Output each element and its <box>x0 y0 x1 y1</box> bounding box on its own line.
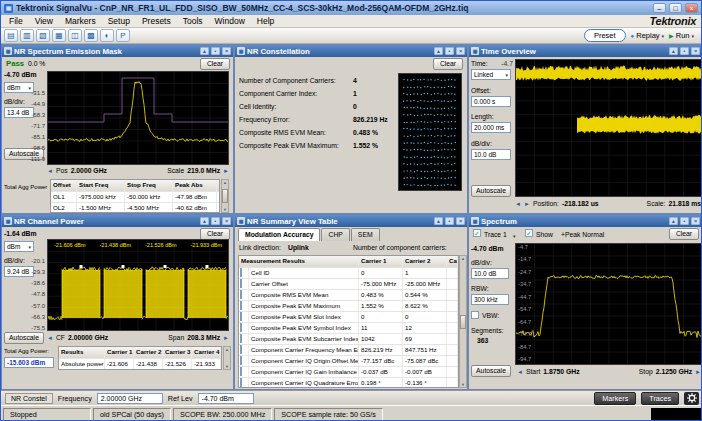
chevron-down-icon[interactable]: ▾ <box>662 33 665 39</box>
column-header[interactable]: Start Freq <box>77 180 125 191</box>
menu-item[interactable]: View <box>29 16 59 26</box>
summary-tab[interactable]: SEM <box>351 228 380 241</box>
scrollbar[interactable]: ▴ ▾ <box>221 179 229 213</box>
row-info-icon[interactable] <box>240 367 242 376</box>
menu-item[interactable]: Help <box>251 16 280 26</box>
scroll-right-icon[interactable]: ► <box>695 369 701 375</box>
markers-toolbar-icon[interactable]: ◫ <box>68 29 82 42</box>
column-header[interactable]: Carrier 3 <box>163 347 192 358</box>
table-row[interactable]: Absolute power -21.606 -21.438 -21.526 -… <box>59 359 221 370</box>
row-info-icon[interactable] <box>240 345 242 354</box>
scroll-thumb[interactable] <box>222 189 228 203</box>
frequency-field[interactable]: 2.00000 GHz <box>97 393 163 404</box>
clear-button[interactable]: Clear <box>433 58 463 70</box>
menu-item[interactable]: Tools <box>177 16 209 26</box>
print-icon[interactable]: ▧ <box>36 29 50 42</box>
sem-plot[interactable] <box>47 71 229 165</box>
row-info-icon[interactable] <box>240 356 242 365</box>
table-row[interactable]: Component Carrier IQ Gain Imbalance Mean… <box>239 367 458 378</box>
open-file-icon[interactable]: ▤ <box>4 29 18 42</box>
clear-button[interactable]: Clear <box>669 228 699 240</box>
row-info-icon[interactable] <box>240 334 242 343</box>
table-row[interactable]: Composite RMS EVM Mean 0.483 % 0.544 % <box>239 290 458 301</box>
panel-close-icon[interactable]: × <box>222 47 231 55</box>
units-dropdown[interactable]: dBm ▾ <box>4 241 34 252</box>
row-info-icon[interactable] <box>240 268 242 277</box>
menu-item[interactable]: Markers <box>59 16 102 26</box>
clear-button[interactable]: Clear <box>200 58 230 70</box>
panel-undock-icon[interactable]: ▴ <box>200 217 209 225</box>
panel-time-overview-titlebar[interactable]: ▦ Time Overview ▴ ▪ × <box>469 45 702 57</box>
autoscale-button[interactable]: Autoscale <box>471 185 511 197</box>
scroll-down-icon[interactable]: ▾ <box>226 364 228 369</box>
menu-item[interactable]: File <box>3 16 29 26</box>
channel-power-plot[interactable] <box>47 239 229 331</box>
panel-constellation-titlebar[interactable]: ▦ NR Constellation ▴ ▪ × <box>235 45 467 57</box>
offset-field[interactable]: 0.000 s <box>471 96 511 107</box>
panel-close-icon[interactable]: × <box>456 217 465 225</box>
scrollbar[interactable]: ▴ ▾ <box>459 255 467 388</box>
displays-icon[interactable]: ▦ <box>52 29 66 42</box>
show-checkbox[interactable]: ✓ <box>525 229 533 237</box>
minimize-button[interactable]: – <box>653 3 666 13</box>
scroll-down-icon[interactable]: ▾ <box>224 207 226 212</box>
selected-display-name[interactable]: NR Constel <box>5 393 53 404</box>
scroll-up-icon[interactable]: ▴ <box>462 256 464 261</box>
panel-undock-icon[interactable]: ▴ <box>434 47 443 55</box>
constellation-plot[interactable] <box>398 73 462 191</box>
scroll-right-icon[interactable]: ► <box>223 168 229 174</box>
summary-tab[interactable]: CHP <box>321 228 349 241</box>
table-row[interactable]: Composite Peak EVM Subcarrier Index 1042… <box>239 334 458 345</box>
scroll-right-icon[interactable]: ► <box>223 335 229 341</box>
table-row[interactable]: OL1 -975.000 kHz -50.000 kHz -47.98 dBm <box>51 192 219 203</box>
column-header[interactable]: Stop Freq <box>125 180 173 191</box>
panel-pin-icon[interactable]: ▪ <box>445 47 454 55</box>
scroll-left-icon[interactable]: ◄ <box>517 369 523 375</box>
scroll-left-icon[interactable]: ◄ <box>47 335 53 341</box>
scrollbar[interactable]: ▴ ▾ <box>223 346 231 370</box>
panel-sem-titlebar[interactable]: ▦ NR Spectrum Emission Mask ▴ ▪ × <box>2 45 233 57</box>
row-info-icon[interactable] <box>240 378 242 387</box>
dbdiv-field[interactable]: 10.0 dB <box>471 149 511 160</box>
replay-button[interactable]: ● Replay ▾ <box>631 31 665 40</box>
detector-value[interactable]: +Peak Normal <box>561 231 604 238</box>
chevron-down-icon[interactable]: ▾ <box>691 33 694 39</box>
panel-close-icon[interactable]: × <box>691 47 700 55</box>
chevron-down-icon[interactable]: ▾ <box>513 233 516 239</box>
column-header[interactable]: Carrier 1 <box>359 256 403 267</box>
spectrum-plot[interactable]: -4.7-14.7-24.7-34.7-44.7-54.7-64.7-74.7-… <box>515 243 702 365</box>
table-row[interactable]: Composite Peak EVM Maximum 1.552 % 8.622… <box>239 301 458 312</box>
column-header[interactable]: Carrier 1 <box>105 347 134 358</box>
column-header[interactable]: Measurement Results <box>239 256 359 267</box>
trigger-icon[interactable]: ▩ <box>84 29 98 42</box>
run-button[interactable]: ▶ Run ▾ <box>669 31 694 40</box>
menu-item[interactable]: Setup <box>102 16 136 26</box>
time-overview-plot[interactable] <box>515 59 702 197</box>
panel-undock-icon[interactable]: ▴ <box>669 47 678 55</box>
markers-button[interactable]: Markers <box>594 392 636 405</box>
row-info-icon[interactable] <box>240 301 242 310</box>
table-row[interactable]: Component Carrier IQ Origin Offset Mean … <box>239 356 458 367</box>
panel-undock-icon[interactable]: ▴ <box>669 217 678 225</box>
vbw-checkbox[interactable] <box>471 311 479 319</box>
row-info-icon[interactable] <box>240 279 242 288</box>
time-link-dropdown[interactable]: Linked ▾ <box>471 69 511 80</box>
row-info-icon[interactable] <box>240 323 242 332</box>
settings-gear-button[interactable] <box>684 392 699 405</box>
table-row[interactable]: OL2 -1.500 MHz -4.500 MHz -40.62 dBm <box>51 203 219 213</box>
preset-p-icon[interactable]: P <box>116 29 130 42</box>
panel-pin-icon[interactable]: ▪ <box>680 47 689 55</box>
table-row[interactable]: Component Carrier IQ Quadrature Error Me… <box>239 378 458 388</box>
scroll-left-icon[interactable]: ◄ <box>47 168 53 174</box>
table-row[interactable]: Composite Peak EVM Symbol Index 11 12 <box>239 323 458 334</box>
column-header[interactable]: Results <box>59 347 105 358</box>
panel-pin-icon[interactable]: ▪ <box>211 217 220 225</box>
acquire-icon[interactable]: ◐ <box>100 29 114 42</box>
scroll-right-icon[interactable]: ► <box>524 201 530 207</box>
dbdiv-field[interactable]: 10.0 dB <box>471 268 509 279</box>
panel-undock-icon[interactable]: ▴ <box>200 47 209 55</box>
panel-summary-titlebar[interactable]: ▦ NR Summary View Table ▴ ▪ × <box>235 215 467 227</box>
scroll-down-icon[interactable]: ▾ <box>462 382 464 387</box>
close-button[interactable]: × <box>685 3 698 13</box>
length-field[interactable]: 20.000 ms <box>471 122 511 133</box>
